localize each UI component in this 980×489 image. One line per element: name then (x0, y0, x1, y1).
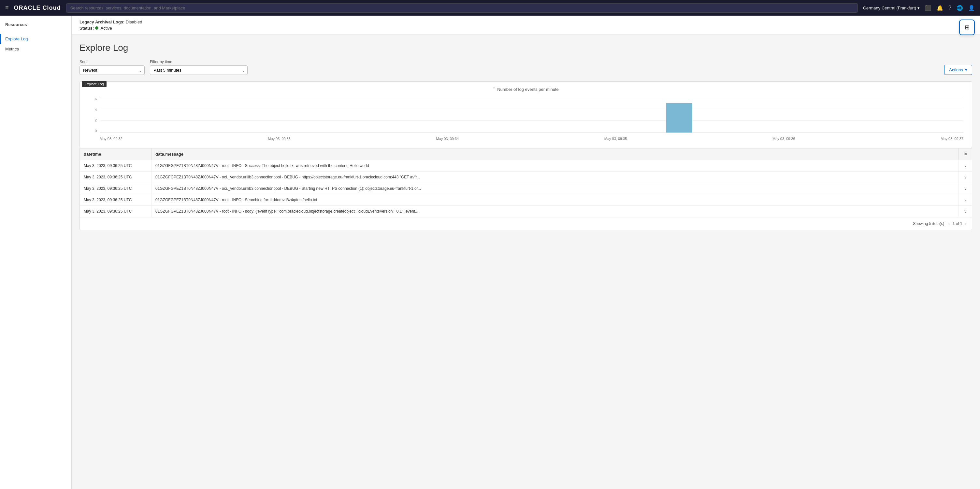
help-widget-icon: ⊞ (965, 24, 970, 31)
row-expand-4[interactable]: ∨ (959, 206, 972, 217)
page-title: Explore Log (80, 43, 972, 53)
user-avatar-icon[interactable]: 👤 (968, 5, 975, 11)
chart-area: 6 4 2 0 May 03, 09:3 (88, 97, 963, 143)
grid-line-mid-upper (100, 109, 963, 109)
sidebar-item-label: Explore Log (5, 37, 28, 41)
cell-datetime-1: May 3, 2023, 09:36:25 UTC (80, 171, 151, 183)
filter-bar: Sort Newest Oldest Filter by time Past 5… (80, 60, 972, 75)
cell-datetime-3: May 3, 2023, 09:36:25 UTC (80, 194, 151, 205)
table-row: May 3, 2023, 09:36:25 UTC 01GZGFGPEZ1BT0… (80, 194, 972, 206)
status-indicator-icon (95, 26, 99, 30)
cell-datetime-4: May 3, 2023, 09:36:25 UTC (80, 206, 151, 217)
row-expand-1[interactable]: ∨ (959, 171, 972, 183)
help-question-icon[interactable]: ? (948, 5, 951, 11)
chart-y-axis: 6 4 2 0 (88, 97, 98, 133)
table-row: May 3, 2023, 09:36:25 UTC 01GZGFGPEZ1BT0… (80, 183, 972, 194)
oracle-logo: ORACLE Cloud (14, 5, 61, 11)
chart-title: ˅ Number of log events per minute (85, 87, 967, 92)
prev-page-button[interactable]: ‹ (948, 221, 950, 227)
x-label-4: May 03, 09:36 (772, 137, 795, 141)
app-body: Resources Explore Log Metrics Legacy Arc… (0, 16, 980, 489)
x-label-5: May 03, 09:37 (940, 137, 963, 141)
top-navigation: ≡ ORACLE Cloud Germany Central (Frankfur… (0, 0, 980, 16)
cell-message-3: 01GZGFGPEZ1BT0N48ZJ000N47V - root - INFO… (151, 194, 959, 205)
info-bar: Legacy Archival Logs: Disabled Status: A… (72, 16, 980, 35)
status-value: Active (101, 26, 112, 30)
time-filter-label: Filter by time (150, 60, 248, 64)
region-selector[interactable]: Germany Central (Frankfurt) ▾ (863, 6, 920, 10)
grid-line-top (100, 97, 963, 97)
sort-select-wrapper: Newest Oldest (80, 65, 145, 75)
time-filter-group: Filter by time Past 5 minutes Past 1 hou… (150, 60, 248, 75)
cell-message-1: 01GZGFGPEZ1BT0N48ZJ000N47V - oci._vendor… (151, 171, 959, 183)
chart-bar-09-36 (666, 103, 692, 132)
x-label-2: May 03, 09:34 (436, 137, 459, 141)
cell-datetime-0: May 3, 2023, 09:36:25 UTC (80, 160, 151, 171)
log-table: datetime data.message ✕ May 3, 2023, 09:… (80, 148, 972, 230)
cell-datetime-2: May 3, 2023, 09:36:25 UTC (80, 183, 151, 194)
sidebar-section-title: Resources (0, 22, 72, 31)
status-label: Status: (80, 26, 94, 30)
table-header: datetime data.message ✕ (80, 148, 972, 160)
archival-label: Legacy Archival Logs: (80, 19, 124, 24)
column-header-datetime: datetime (80, 148, 151, 160)
row-expand-3[interactable]: ∨ (959, 194, 972, 205)
row-expand-2[interactable]: ∨ (959, 183, 972, 194)
y-label-2: 2 (95, 118, 97, 122)
sort-filter-group: Sort Newest Oldest (80, 60, 145, 75)
table-row: May 3, 2023, 09:36:25 UTC 01GZGFGPEZ1BT0… (80, 206, 972, 217)
sidebar: Resources Explore Log Metrics (0, 16, 72, 489)
table-row: May 3, 2023, 09:36:25 UTC 01GZGFGPEZ1BT0… (80, 171, 972, 183)
time-filter-select[interactable]: Past 5 minutes Past 1 hour Past 24 hours… (150, 65, 248, 75)
page-indicator: 1 of 1 (953, 221, 963, 226)
cell-message-2: 01GZGFGPEZ1BT0N48ZJ000N47V - oci._vendor… (151, 183, 959, 194)
chart-collapse-icon[interactable]: ˅ (493, 87, 495, 92)
x-label-0: May 03, 09:32 (100, 137, 123, 141)
nav-right-section: Germany Central (Frankfurt) ▾ ⬛ 🔔 ? 🌐 👤 (863, 5, 975, 11)
help-widget[interactable]: ⊞ (959, 19, 975, 35)
main-content: Legacy Archival Logs: Disabled Status: A… (72, 16, 980, 489)
sidebar-item-label: Metrics (5, 46, 19, 51)
cell-message-0: 01GZGFGPEZ1BT0N48ZJ000N47V - root - INFO… (151, 160, 959, 171)
chart-grid-area (100, 97, 963, 133)
page-content: Explore Log Sort Newest Oldest Filter by… (72, 35, 980, 238)
sidebar-item-metrics[interactable]: Metrics (0, 44, 72, 54)
y-label-4: 4 (95, 108, 97, 112)
column-header-message: data.message (151, 148, 959, 160)
grid-line-mid-lower (100, 121, 963, 121)
language-globe-icon[interactable]: 🌐 (956, 5, 963, 11)
sort-select[interactable]: Newest Oldest (80, 65, 145, 75)
explore-log-tooltip: Explore Log (82, 81, 107, 87)
sidebar-item-explore-log[interactable]: Explore Log (0, 34, 72, 44)
archival-value: Disabled (126, 19, 142, 24)
chart-container: ˅ Number of log events per minute 6 4 2 … (80, 81, 972, 148)
chart-x-labels: May 03, 09:32 May 03, 09:33 May 03, 09:3… (100, 135, 963, 143)
row-expand-0[interactable]: ∨ (959, 160, 972, 171)
actions-chevron-icon: ▾ (965, 67, 967, 72)
x-label-1: May 03, 09:33 (268, 137, 291, 141)
cloud-shell-icon[interactable]: ⬛ (925, 5, 931, 11)
global-search-input[interactable] (66, 3, 858, 13)
region-chevron-icon: ▾ (918, 6, 920, 10)
time-select-wrapper: Past 5 minutes Past 1 hour Past 24 hours… (150, 65, 248, 75)
hamburger-menu-icon[interactable]: ≡ (5, 5, 9, 11)
cell-message-4: 01GZGFGPEZ1BT0N48ZJ000N47V - root - INFO… (151, 206, 959, 217)
actions-button[interactable]: Actions ▾ (944, 65, 972, 75)
pagination: ‹ 1 of 1 › (948, 221, 967, 227)
notifications-bell-icon[interactable]: 🔔 (937, 5, 943, 11)
chart-title-text: Number of log events per minute (497, 87, 559, 92)
table-footer: Showing 5 item(s) ‹ 1 of 1 › (80, 217, 972, 230)
next-page-button[interactable]: › (965, 221, 967, 227)
region-label: Germany Central (Frankfurt) (863, 6, 916, 10)
table-row: May 3, 2023, 09:36:25 UTC 01GZGFGPEZ1BT0… (80, 160, 972, 171)
sort-label: Sort (80, 60, 145, 64)
y-label-0: 0 (95, 129, 97, 133)
x-label-3: May 03, 09:35 (605, 137, 627, 141)
y-label-6: 6 (95, 97, 97, 101)
actions-label: Actions (949, 67, 963, 72)
column-header-close[interactable]: ✕ (959, 148, 972, 160)
showing-count: Showing 5 item(s) (913, 221, 944, 226)
